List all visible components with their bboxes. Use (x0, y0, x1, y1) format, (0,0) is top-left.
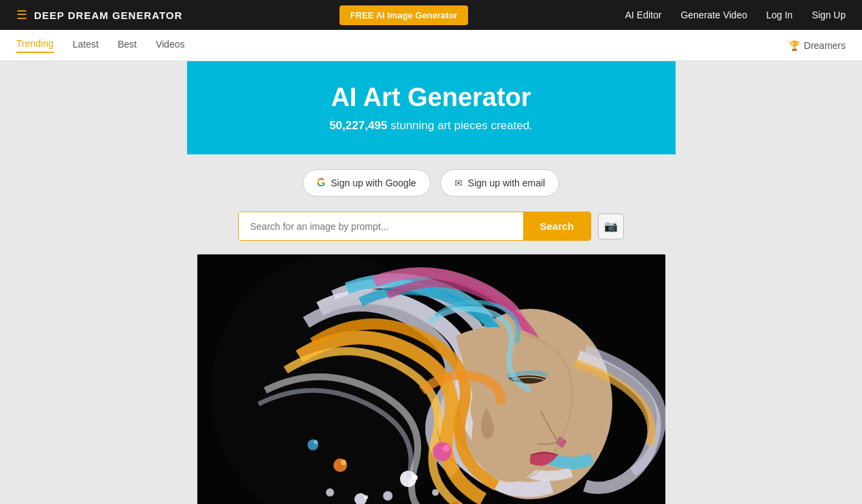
topbar-right: AI Editor Generate Video Log In Sign Up (625, 10, 846, 20)
login-link[interactable]: Log In (766, 10, 793, 20)
topbar: ☰ DEEP DREAM GENERATOR FREE AI Image Gen… (0, 0, 862, 30)
tab-best[interactable]: Best (118, 39, 137, 52)
svg-point-7 (383, 491, 393, 501)
svg-point-6 (364, 495, 368, 499)
signup-link[interactable]: Sign Up (812, 10, 846, 20)
featured-image-container (197, 254, 665, 504)
search-row: Search 📷 (238, 212, 623, 241)
google-signup-label: Sign up with Google (331, 178, 416, 188)
dreamers-link[interactable]: 🏆 Dreamers (789, 40, 846, 51)
svg-point-8 (433, 442, 452, 461)
email-signup-button[interactable]: ✉ Sign up with email (440, 169, 560, 197)
email-signup-label: Sign up with email (468, 178, 546, 188)
svg-point-17 (326, 488, 334, 497)
dreamers-label: Dreamers (804, 40, 846, 51)
subnav: Trending Latest Best Videos 🏆 Dreamers (0, 30, 862, 61)
hero-count: 50,227,495 (329, 119, 387, 132)
svg-point-15 (314, 440, 318, 444)
google-g-icon: G (317, 177, 325, 189)
camera-search-button[interactable]: 📷 (598, 214, 624, 239)
signup-row: G Sign up with Google ✉ Sign up with ema… (303, 169, 559, 197)
hero-subtitle: 50,227,495 stunning art pieces created. (214, 119, 648, 133)
email-icon: ✉ (454, 178, 463, 188)
free-ai-button[interactable]: FREE AI Image Generator (339, 5, 469, 25)
topbar-center: FREE AI Image Generator (339, 5, 469, 25)
generate-video-link[interactable]: Generate Video (680, 10, 747, 20)
brand-name: DEEP DREAM GENERATOR (34, 10, 182, 21)
subnav-tabs: Trending Latest Best Videos (16, 38, 184, 53)
camera-icon: 📷 (604, 220, 618, 233)
search-button[interactable]: Search (523, 212, 590, 240)
google-signup-button[interactable]: G Sign up with Google (303, 169, 431, 197)
search-input[interactable] (239, 212, 523, 240)
svg-point-11 (341, 460, 346, 465)
trophy-icon: 🏆 (789, 40, 800, 51)
menu-icon[interactable]: ☰ (16, 7, 27, 22)
tab-trending[interactable]: Trending (16, 38, 54, 53)
tab-videos[interactable]: Videos (156, 39, 185, 52)
search-container: Search (238, 212, 591, 241)
svg-point-9 (443, 445, 450, 452)
topbar-left: ☰ DEEP DREAM GENERATOR (16, 7, 182, 22)
hero-title: AI Art Generator (214, 83, 648, 112)
featured-image (197, 254, 665, 504)
tab-latest[interactable]: Latest (73, 39, 99, 52)
svg-point-16 (432, 489, 439, 496)
main-content: AI Art Generator 50,227,495 stunning art… (0, 61, 862, 504)
art-svg (197, 254, 665, 504)
hero-subtitle-text: stunning art pieces created. (391, 119, 533, 132)
hero-banner: AI Art Generator 50,227,495 stunning art… (187, 61, 676, 154)
ai-editor-link[interactable]: AI Editor (625, 10, 662, 20)
